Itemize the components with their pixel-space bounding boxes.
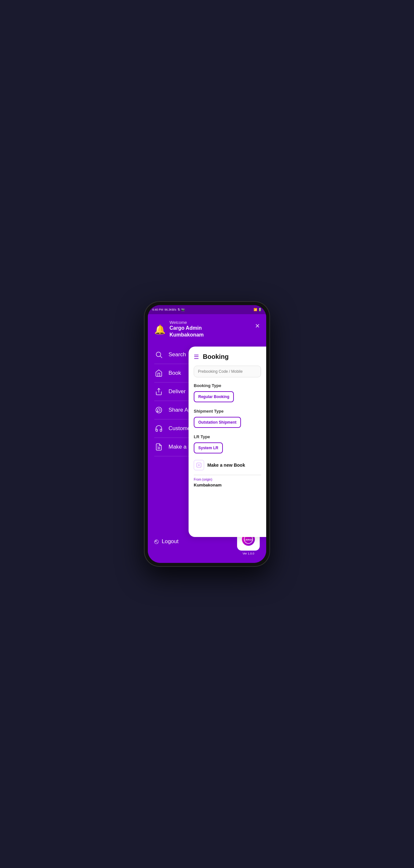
- logout-icon: ⎋: [154, 537, 159, 546]
- from-origin-section: From (origin) Kumbakonam: [194, 475, 261, 488]
- booking-title: Booking: [203, 353, 229, 361]
- data-icons: ⇅ 📷: [178, 308, 185, 311]
- new-booking-icon: [194, 460, 204, 470]
- bell-icon: 🔔: [154, 324, 166, 335]
- status-right: 📶 🔋: [253, 308, 262, 311]
- user-name-line2: Kumbakonam: [170, 332, 204, 338]
- phone-shell: 6:40 PM 96.3KB/s ⇅ 📷 📶 🔋 🔔 Welcome Cargo…: [144, 301, 270, 567]
- deliver-icon: [154, 387, 163, 396]
- shipment-type-label: Shipment Type: [194, 409, 261, 413]
- search-label: Search: [169, 351, 186, 358]
- lr-section: LR Type System LR: [194, 434, 261, 454]
- logout-button[interactable]: ⎋ Logout: [154, 537, 178, 546]
- user-info: Welcome Cargo Admin Kumbakonam: [170, 320, 204, 338]
- version-text: Ver 1.0.0: [237, 552, 260, 555]
- shipment-section: Shipment Type Outstation Shipment: [194, 409, 261, 428]
- box-icon: [154, 369, 163, 378]
- outstation-shipment-button[interactable]: Outstation Shipment: [194, 417, 241, 428]
- lr-type-label: LR Type: [194, 434, 261, 439]
- header-left: 🔔 Welcome Cargo Admin Kumbakonam: [154, 320, 204, 338]
- svg-point-0: [156, 352, 161, 356]
- new-booking-row: Make a new Book: [194, 460, 261, 470]
- deliver-label: Deliver: [169, 388, 186, 395]
- svg-line-1: [161, 356, 162, 358]
- from-label: From (origin): [194, 475, 261, 481]
- booking-type-label: Booking Type: [194, 383, 261, 388]
- phone-screen: 6:40 PM 96.3KB/s ⇅ 📷 📶 🔋 🔔 Welcome Cargo…: [148, 305, 266, 563]
- signal-icons: 📶 🔋: [253, 308, 262, 311]
- feedback-icon: [154, 442, 163, 452]
- search-icon: [154, 350, 163, 359]
- system-lr-button[interactable]: System LR: [194, 442, 223, 454]
- headset-icon: [154, 424, 163, 433]
- side-button: [269, 340, 270, 356]
- book-label: Book: [169, 370, 181, 376]
- logout-label: Logout: [162, 538, 178, 545]
- booking-header: ☰ Booking: [194, 353, 261, 361]
- app-content: 🔔 Welcome Cargo Admin Kumbakonam ×: [148, 314, 266, 563]
- svg-text:CARGO: CARGO: [244, 538, 253, 541]
- regular-booking-button[interactable]: Regular Booking: [194, 391, 234, 402]
- time-display: 6:40 PM: [152, 308, 163, 311]
- close-button[interactable]: ×: [255, 321, 260, 330]
- header: 🔔 Welcome Cargo Admin Kumbakonam ×: [148, 314, 266, 343]
- network-speed: 96.3KB/s: [165, 308, 177, 311]
- welcome-label: Welcome: [170, 320, 204, 325]
- booking-panel: ☰ Booking Booking Type Regular Booking S…: [188, 346, 266, 537]
- whatsapp-icon: [154, 405, 163, 414]
- status-bar: 6:40 PM 96.3KB/s ⇅ 📷 📶 🔋: [148, 305, 266, 314]
- prebooking-input[interactable]: [194, 366, 261, 377]
- new-booking-label: Make a new Book: [207, 463, 245, 468]
- from-value: Kumbakonam: [194, 483, 261, 488]
- hamburger-icon[interactable]: ☰: [194, 353, 199, 361]
- status-left: 6:40 PM 96.3KB/s ⇅ 📷: [152, 308, 185, 311]
- user-name-line1: Cargo Admin: [170, 325, 204, 332]
